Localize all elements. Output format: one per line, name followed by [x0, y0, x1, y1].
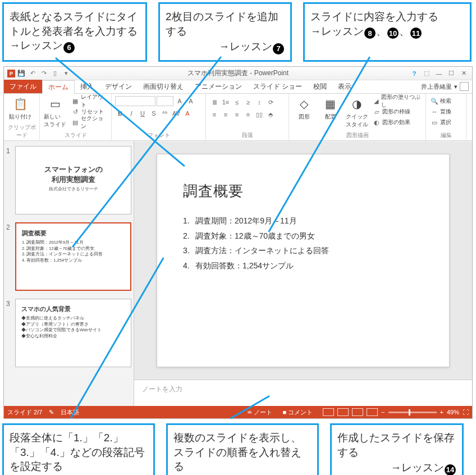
callout-text: 段落全体に「1.」「2.」「3.」「4.」などの段落記号を設定する: [10, 432, 145, 472]
font-size-input[interactable]: [157, 96, 173, 106]
smartart-icon[interactable]: ⬘: [266, 109, 276, 120]
slide-body-list[interactable]: 1.調査期間：2012年9月～11月 2.調査対象：12歳～70歳までの男女 3…: [183, 213, 423, 273]
help-icon[interactable]: ?: [409, 68, 419, 79]
slide-canvas[interactable]: 調査概要 1.調査期間：2012年9月～11月 2.調査対象：12歳～70歳まで…: [157, 154, 450, 367]
thumb-subtitle: 株式会社できるリサーチ: [21, 186, 125, 192]
callout-text: 複数のスライドを表示し、スライドの順番を入れ替える: [173, 432, 301, 472]
shapes-button[interactable]: ◇図形: [292, 96, 315, 121]
tab-transition[interactable]: 画面切り替え: [138, 80, 189, 93]
ribbon: 📋 貼り付け クリップボード ▭ 新しい スライド ▦レイアウト ↺リセット ▤…: [4, 94, 472, 141]
group-editing-label: 編集: [429, 130, 463, 140]
tab-slideshow[interactable]: スライド ショー: [248, 80, 308, 93]
lesson-num-icon: 11: [410, 28, 422, 39]
fill-icon: ◢: [373, 97, 379, 105]
notes-toggle[interactable]: ≐ ノート: [247, 408, 272, 417]
numbering-icon[interactable]: 1≡: [221, 97, 231, 107]
quick-styles-icon: ◑: [349, 96, 365, 112]
callout-top-3: スライドに内容を入力する →レッスン8、10、11: [303, 2, 472, 62]
strike-icon[interactable]: S: [149, 108, 159, 118]
slideshow-view-icon[interactable]: [367, 408, 378, 416]
undo-icon[interactable]: ↶: [28, 68, 38, 79]
editor-pane: 調査概要 1.調査期間：2012年9月～11月 2.調査対象：12歳～70歳まで…: [134, 141, 472, 406]
underline-icon[interactable]: U: [138, 108, 148, 118]
status-spellcheck-icon[interactable]: ✎: [49, 409, 54, 416]
redo-icon[interactable]: ↷: [39, 68, 49, 79]
comments-toggle[interactable]: ■ コメント: [282, 408, 313, 417]
new-slide-button[interactable]: ▭ 新しい スライド: [43, 96, 67, 129]
slide-title[interactable]: 調査概要: [183, 181, 423, 201]
group-clipboard-label: クリップボード: [7, 122, 36, 140]
slide-thumbnail-2[interactable]: 調査概要 1. 調査期間：2012年9月～11月 2. 調査対象：12歳～70歳…: [15, 222, 131, 291]
select-button[interactable]: ▭選択: [429, 117, 452, 127]
align-right-icon[interactable]: ≡: [232, 109, 242, 120]
save-icon[interactable]: 💾: [16, 68, 26, 79]
arrange-icon: ▦: [323, 96, 338, 112]
thumb-heading: スマホの人気背景: [21, 305, 125, 313]
sorter-view-icon[interactable]: [337, 408, 349, 416]
paste-button[interactable]: 📋 貼り付け: [7, 96, 33, 121]
indent-dec-icon[interactable]: ≤: [232, 97, 242, 107]
section-button[interactable]: ▤セクション: [71, 117, 108, 127]
font-color-icon[interactable]: A: [182, 108, 193, 118]
justify-icon[interactable]: ≡: [243, 109, 253, 120]
section-icon: ▤: [72, 118, 79, 126]
shape-effects-button[interactable]: ◐図形の効果: [372, 117, 422, 127]
tab-review[interactable]: 校閲: [308, 80, 332, 93]
zoom-slider[interactable]: [388, 412, 437, 413]
lesson-num-icon: 6: [63, 42, 75, 53]
font-name-input[interactable]: [115, 96, 155, 106]
zoom-percent[interactable]: 49%: [447, 409, 459, 415]
thumb-number: 1: [6, 146, 15, 214]
ribbon-options-icon[interactable]: ⬚: [422, 68, 432, 79]
user-account[interactable]: 井上香緒里 ▾: [421, 82, 469, 91]
start-slideshow-icon[interactable]: ▯: [50, 68, 60, 79]
shadow-icon[interactable]: ᴬᵇ: [160, 108, 170, 118]
thumb-number: 2: [6, 222, 15, 291]
outline-icon: ▱: [373, 108, 381, 116]
shape-outline-button[interactable]: ▱図形の枠線: [372, 107, 422, 117]
zoom-in-icon[interactable]: +: [440, 409, 443, 415]
layout-icon: ▦: [72, 97, 79, 105]
find-icon: 🔍: [431, 97, 438, 105]
thumb-number: 3: [6, 299, 15, 367]
slide-thumbnail-1[interactable]: スマートフォンの 利用実態調査 株式会社できるリサーチ: [15, 146, 131, 214]
maximize-icon[interactable]: ☐: [446, 68, 456, 79]
align-center-icon[interactable]: ≡: [221, 109, 231, 120]
tab-design[interactable]: デザイン: [99, 80, 138, 93]
thumb-heading: 調査概要: [22, 229, 125, 238]
align-left-icon[interactable]: ≡: [209, 109, 219, 120]
shape-fill-button[interactable]: ◢図形の塗りつぶし: [372, 96, 422, 106]
callout-bottom-1: 段落全体に「1.」「2.」「3.」「4.」などの段落記号を設定する →レッスン9: [2, 423, 155, 475]
quick-styles-button[interactable]: ◑クイック スタイル: [345, 96, 368, 129]
close-icon[interactable]: ✕: [459, 68, 469, 79]
callout-top-2: 2枚目のスライドを追加する →レッスン7: [158, 2, 292, 62]
normal-view-icon[interactable]: [323, 408, 334, 416]
lesson-num-icon: 14: [445, 464, 456, 475]
callout-text: スライドに内容を入力する: [310, 11, 438, 22]
status-slide-number: スライド 2/7: [7, 408, 42, 417]
tab-home[interactable]: ホーム: [42, 80, 75, 94]
line-spacing-icon[interactable]: ↕: [254, 97, 264, 107]
replace-button[interactable]: ↔置換: [429, 107, 452, 117]
columns-icon[interactable]: ▯▯: [254, 109, 264, 120]
fit-to-window-icon[interactable]: ⛶: [463, 409, 469, 415]
zoom-out-icon[interactable]: −: [381, 409, 385, 415]
indent-inc-icon[interactable]: ≥: [243, 97, 253, 107]
select-icon: ▭: [431, 118, 438, 126]
reading-view-icon[interactable]: [352, 408, 363, 416]
text-direction-icon[interactable]: ⟳: [266, 97, 276, 107]
slide-thumbnail-pane[interactable]: 1 スマートフォンの 利用実態調査 株式会社できるリサーチ 2 調査概要 1. …: [4, 141, 134, 406]
group-slides-label: スライド: [43, 130, 108, 140]
notes-placeholder: ノートを入力: [142, 385, 182, 393]
ribbon-tabs: ファイル ホーム 挿入 デザイン 画面切り替え アニメーション スライド ショー…: [4, 80, 472, 94]
bullets-icon[interactable]: ≣: [209, 97, 219, 107]
new-slide-icon: ▭: [47, 96, 63, 112]
find-button[interactable]: 🔍検索: [429, 96, 452, 106]
thumb-title: スマートフォンの 利用実態調査: [21, 165, 125, 185]
replace-icon: ↔: [431, 108, 438, 116]
slide-thumbnail-3[interactable]: スマホの人気背景 ◆直感的に使えるタッチパネル ◆アプリ（専用ソフト）の豊富さ …: [15, 299, 131, 367]
tab-file[interactable]: ファイル: [4, 80, 42, 93]
minimize-icon[interactable]: —: [434, 68, 444, 79]
notes-pane[interactable]: ノートを入力: [134, 380, 472, 406]
lesson-num-icon: 10: [387, 28, 399, 39]
